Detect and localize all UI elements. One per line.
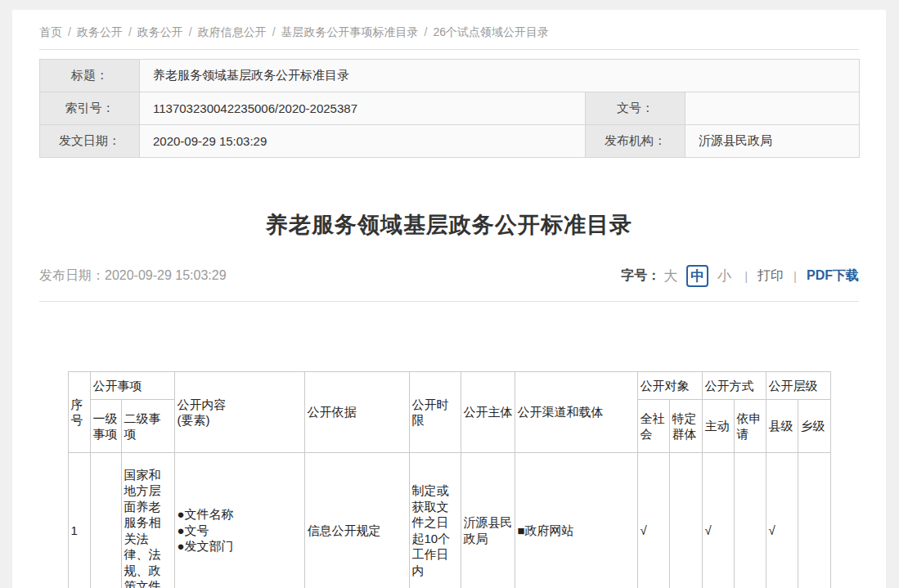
breadcrumb-gov-info[interactable]: 政府信息公开 xyxy=(198,25,267,38)
document-meta-table: 标题： 养老服务领域基层政务公开标准目录 索引号： 11370323004223… xyxy=(39,59,860,158)
cell-channel: ■政府网站 xyxy=(515,453,637,588)
breadcrumb-separator: / xyxy=(272,25,276,38)
print-button[interactable]: 打印 xyxy=(757,267,784,285)
header-level1: 一级事项 xyxy=(90,400,121,453)
meta-title-value: 养老服务领域基层政务公开标准目录 xyxy=(140,60,860,92)
catalog-header-row-1: 序号 公开事项 公开内容 (要素) 公开依据 公开时限 公开主体 公开渠道和载体… xyxy=(68,372,830,400)
header-audience-group: 公开对象 xyxy=(637,372,702,400)
header-method-request: 依申请 xyxy=(734,400,766,453)
article-divider xyxy=(39,301,859,302)
cell-aud-public-check: √ xyxy=(637,453,669,588)
header-content: 公开内容 (要素) xyxy=(174,372,304,453)
header-seq: 序号 xyxy=(68,372,90,453)
header-items-group: 公开事项 xyxy=(90,372,174,400)
cell-basis: 信息公开规定 xyxy=(304,453,409,588)
breadcrumb-separator: / xyxy=(68,25,71,38)
header-aud-public: 全社会 xyxy=(637,400,669,453)
meta-row-title: 标题： 养老服务领域基层政务公开标准目录 xyxy=(40,60,860,92)
toolbar-separator: | xyxy=(744,269,748,283)
cell-seq: 1 xyxy=(68,453,90,588)
breadcrumb-divider xyxy=(39,49,859,50)
toolbar-separator: | xyxy=(793,269,797,283)
fontsize-label: 字号： xyxy=(621,267,660,285)
cell-subject: 沂源县民政局 xyxy=(461,453,515,588)
cell-level-township-check xyxy=(798,453,830,588)
header-level-group: 公开层级 xyxy=(766,372,830,400)
breadcrumb-separator: / xyxy=(128,25,132,38)
header-subject: 公开主体 xyxy=(461,372,515,453)
header-level2: 二级事项 xyxy=(121,400,174,453)
pdf-download-button[interactable]: PDF下载 xyxy=(807,267,859,285)
publish-date: 发布日期：2020-09-29 15:03:29 xyxy=(39,267,227,285)
breadcrumb-current[interactable]: 26个试点领域公开目录 xyxy=(433,25,549,38)
cell-level1 xyxy=(90,453,121,588)
content-card: 首页/政务公开/政务公开/政府信息公开/基层政务公开事项标准目录/26个试点领域… xyxy=(12,10,886,588)
header-basis: 公开依据 xyxy=(304,372,409,453)
header-method-active: 主动 xyxy=(702,400,734,453)
cell-content: ●文件名称 ●文号 ●发文部门 xyxy=(174,453,304,588)
article-toolbar: 字号： 大 中 小 | 打印 | PDF下载 xyxy=(621,265,859,287)
meta-agency-label: 发布机构： xyxy=(586,125,685,158)
meta-date-value: 2020-09-29 15:03:29 xyxy=(140,125,586,158)
meta-row-date: 发文日期： 2020-09-29 15:03:29 发布机构： 沂源县民政局 xyxy=(40,125,860,158)
breadcrumb-catalog[interactable]: 基层政务公开事项标准目录 xyxy=(281,25,419,38)
header-time-limit: 公开时限 xyxy=(409,372,461,453)
breadcrumb-separator: / xyxy=(189,25,192,38)
publish-date-label: 发布日期： xyxy=(39,268,105,282)
catalog-row-1: 1 国家和地方层面养老服务相关法律、法规、政策文件 ●文件名称 ●文号 ●发文部… xyxy=(68,453,830,588)
header-method-group: 公开方式 xyxy=(702,372,766,400)
header-level-township: 乡级 xyxy=(798,400,830,453)
fontsize-small-button[interactable]: 小 xyxy=(717,267,731,285)
disclosure-catalog-table: 序号 公开事项 公开内容 (要素) 公开依据 公开时限 公开主体 公开渠道和载体… xyxy=(68,371,831,588)
meta-index-value: 113703230042235006/2020-2025387 xyxy=(140,92,586,125)
meta-docnum-value xyxy=(685,92,860,125)
meta-docnum-label: 文号： xyxy=(586,92,685,125)
breadcrumb-zwgk-2[interactable]: 政务公开 xyxy=(137,25,183,38)
header-channel: 公开渠道和载体 xyxy=(515,372,637,453)
meta-agency-value: 沂源县民政局 xyxy=(685,125,860,158)
cell-time-limit: 制定或获取文件之日起10个工作日内 xyxy=(409,453,461,588)
fontsize-large-button[interactable]: 大 xyxy=(663,267,677,285)
breadcrumb-home[interactable]: 首页 xyxy=(39,25,62,38)
cell-method-request-check xyxy=(734,453,766,588)
header-level-county: 县级 xyxy=(766,400,798,453)
meta-date-label: 发文日期： xyxy=(40,125,140,158)
page-title: 养老服务领域基层政务公开标准目录 xyxy=(39,210,859,240)
meta-row-index: 索引号： 113703230042235006/2020-2025387 文号： xyxy=(40,92,860,125)
publish-date-value: 2020-09-29 15:03:29 xyxy=(105,268,227,282)
breadcrumb-separator: / xyxy=(425,25,428,38)
article-meta-bar: 发布日期：2020-09-29 15:03:29 字号： 大 中 小 | 打印 … xyxy=(39,265,859,287)
meta-index-label: 索引号： xyxy=(40,92,140,125)
cell-level2: 国家和地方层面养老服务相关法律、法规、政策文件 xyxy=(121,453,174,588)
meta-title-label: 标题： xyxy=(40,60,140,92)
breadcrumb: 首页/政务公开/政务公开/政府信息公开/基层政务公开事项标准目录/26个试点领域… xyxy=(39,10,859,40)
breadcrumb-zwgk-1[interactable]: 政务公开 xyxy=(77,25,123,38)
cell-aud-specific-check xyxy=(669,453,702,588)
fontsize-medium-button[interactable]: 中 xyxy=(686,265,708,287)
header-aud-specific: 特定群体 xyxy=(669,400,702,453)
cell-method-active-check: √ xyxy=(702,453,734,588)
cell-level-county-check: √ xyxy=(766,453,798,588)
